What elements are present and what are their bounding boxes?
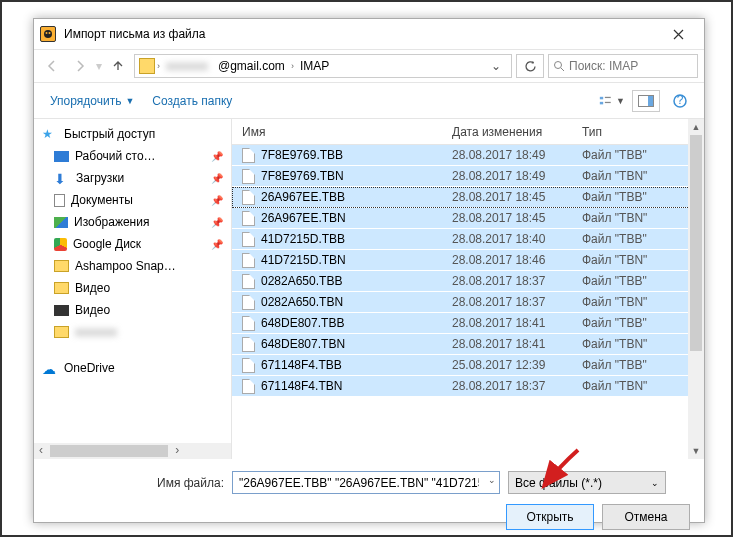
file-icon xyxy=(242,274,255,289)
sidebar-onedrive[interactable]: ☁OneDrive xyxy=(34,357,231,379)
pin-icon: 📌 xyxy=(211,217,223,228)
onedrive-icon: ☁ xyxy=(42,361,58,375)
file-name: 7F8E9769.TBB xyxy=(261,148,343,162)
sidebar-item-desktop[interactable]: Рабочий сто…📌 xyxy=(34,145,231,167)
file-name: 41D7215D.TBB xyxy=(261,232,345,246)
organize-menu[interactable]: Упорядочить ▼ xyxy=(44,90,140,112)
file-date: 28.08.2017 18:37 xyxy=(442,295,572,309)
sidebar: ★ Быстрый доступ Рабочий сто…📌 ⬇Загрузки… xyxy=(34,119,232,459)
file-list-scrollbar[interactable]: ▲▼ xyxy=(688,119,704,459)
file-open-dialog: Импорт письма из файла ▾ › xxxxxxx @gmai… xyxy=(33,18,705,523)
file-row[interactable]: 648DE807.TBB28.08.2017 18:41Файл "TBB" xyxy=(232,313,704,334)
filename-label: Имя файла: xyxy=(48,476,224,490)
images-icon xyxy=(54,217,68,228)
file-row[interactable]: 7F8E9769.TBB28.08.2017 18:49Файл "TBB" xyxy=(232,145,704,166)
toolbar: Упорядочить ▼ Создать папку ▼ ? xyxy=(34,83,704,119)
filename-input[interactable] xyxy=(232,471,500,494)
sidebar-item-images[interactable]: Изображения📌 xyxy=(34,211,231,233)
svg-point-3 xyxy=(555,62,562,69)
dialog-footer: Имя файла: ⌄ Все файлы (*.*)⌄ Открыть От… xyxy=(34,459,704,537)
file-type: Файл "TBN" xyxy=(572,379,704,393)
back-button[interactable] xyxy=(40,54,64,78)
filename-history-dropdown[interactable]: ⌄ xyxy=(488,475,496,485)
file-row[interactable]: 671148F4.TBB25.08.2017 12:39Файл "TBB" xyxy=(232,355,704,376)
file-row[interactable]: 671148F4.TBN28.08.2017 18:37Файл "TBN" xyxy=(232,376,704,397)
view-options-button[interactable]: ▼ xyxy=(598,90,626,112)
new-folder-button[interactable]: Создать папку xyxy=(146,90,238,112)
file-type: Файл "TBB" xyxy=(572,148,704,162)
sidebar-item-blurred[interactable]: xxxxxxx xyxy=(34,321,231,343)
file-icon xyxy=(242,148,255,163)
file-icon xyxy=(242,295,255,310)
chevron-right-icon: › xyxy=(157,61,160,71)
sidebar-item-gdrive[interactable]: Google Диск📌 xyxy=(34,233,231,255)
svg-rect-5 xyxy=(600,101,603,104)
sidebar-item-ashampoo[interactable]: Ashampoo Snap… xyxy=(34,255,231,277)
help-button[interactable]: ? xyxy=(666,90,694,112)
sidebar-item-video1[interactable]: Видео xyxy=(34,277,231,299)
file-type: Файл "TBN" xyxy=(572,253,704,267)
sidebar-scrollbar[interactable]: ‹› xyxy=(34,443,231,459)
column-header-type[interactable]: Тип xyxy=(572,125,704,139)
video-icon xyxy=(54,305,69,316)
svg-rect-6 xyxy=(605,96,611,97)
file-row[interactable]: 7F8E9769.TBN28.08.2017 18:49Файл "TBN" xyxy=(232,166,704,187)
search-placeholder: Поиск: IMAP xyxy=(569,59,638,73)
svg-text:?: ? xyxy=(677,94,684,107)
svg-rect-7 xyxy=(605,101,611,102)
pin-icon: 📌 xyxy=(211,151,223,162)
breadcrumb-segment-folder[interactable]: IMAP xyxy=(296,59,333,73)
pin-icon: 📌 xyxy=(211,239,223,250)
search-icon xyxy=(553,60,565,72)
file-date: 28.08.2017 18:46 xyxy=(442,253,572,267)
preview-pane-button[interactable] xyxy=(632,90,660,112)
file-date: 28.08.2017 18:37 xyxy=(442,274,572,288)
file-date: 28.08.2017 18:37 xyxy=(442,379,572,393)
file-row[interactable]: 26A967EE.TBB28.08.2017 18:45Файл "TBB" xyxy=(232,187,704,208)
file-row[interactable]: 0282A650.TBB28.08.2017 18:37Файл "TBB" xyxy=(232,271,704,292)
forward-button[interactable] xyxy=(68,54,92,78)
breadcrumb-segment-blurred[interactable]: xxxxxxx xyxy=(162,59,212,73)
pin-icon: 📌 xyxy=(211,195,223,206)
sidebar-quick-access[interactable]: ★ Быстрый доступ xyxy=(34,123,231,145)
file-row[interactable]: 0282A650.TBN28.08.2017 18:37Файл "TBN" xyxy=(232,292,704,313)
file-name: 41D7215D.TBN xyxy=(261,253,346,267)
cancel-button[interactable]: Отмена xyxy=(602,504,690,530)
sidebar-item-downloads[interactable]: ⬇Загрузки📌 xyxy=(34,167,231,189)
desktop-icon xyxy=(54,151,69,162)
filetype-filter[interactable]: Все файлы (*.*)⌄ xyxy=(508,471,666,494)
breadcrumb[interactable]: › xxxxxxx @gmail.com › IMAP ⌄ xyxy=(134,54,512,78)
column-header-name[interactable]: Имя xyxy=(232,125,442,139)
refresh-button[interactable] xyxy=(516,54,544,78)
file-date: 28.08.2017 18:41 xyxy=(442,337,572,351)
up-button[interactable] xyxy=(106,54,130,78)
nav-history-dropdown[interactable]: ▾ xyxy=(96,59,102,73)
breadcrumb-segment-account[interactable]: @gmail.com xyxy=(214,59,289,73)
sidebar-item-documents[interactable]: Документы📌 xyxy=(34,189,231,211)
file-name: 0282A650.TBB xyxy=(261,274,342,288)
file-type: Файл "TBB" xyxy=(572,232,704,246)
file-name: 26A967EE.TBB xyxy=(261,190,345,204)
file-name: 648DE807.TBN xyxy=(261,337,345,351)
search-input[interactable]: Поиск: IMAP xyxy=(548,54,698,78)
file-icon xyxy=(242,190,255,205)
star-icon: ★ xyxy=(42,127,58,141)
file-row[interactable]: 41D7215D.TBN28.08.2017 18:46Файл "TBN" xyxy=(232,250,704,271)
file-row[interactable]: 648DE807.TBN28.08.2017 18:41Файл "TBN" xyxy=(232,334,704,355)
app-icon xyxy=(40,26,56,42)
file-row[interactable]: 26A967EE.TBN28.08.2017 18:45Файл "TBN" xyxy=(232,208,704,229)
dialog-title: Импорт письма из файла xyxy=(64,27,658,41)
breadcrumb-dropdown[interactable]: ⌄ xyxy=(485,59,507,73)
file-row[interactable]: 41D7215D.TBB28.08.2017 18:40Файл "TBB" xyxy=(232,229,704,250)
sidebar-item-video2[interactable]: Видео xyxy=(34,299,231,321)
folder-icon xyxy=(54,260,69,272)
open-button[interactable]: Открыть xyxy=(506,504,594,530)
close-button[interactable] xyxy=(658,20,698,48)
file-icon xyxy=(242,358,255,373)
dialog-body: ★ Быстрый доступ Рабочий сто…📌 ⬇Загрузки… xyxy=(34,119,704,459)
svg-point-2 xyxy=(49,32,51,34)
folder-icon xyxy=(54,326,69,338)
file-name: 648DE807.TBB xyxy=(261,316,344,330)
svg-point-0 xyxy=(44,30,52,38)
column-header-date[interactable]: Дата изменения xyxy=(442,125,572,139)
